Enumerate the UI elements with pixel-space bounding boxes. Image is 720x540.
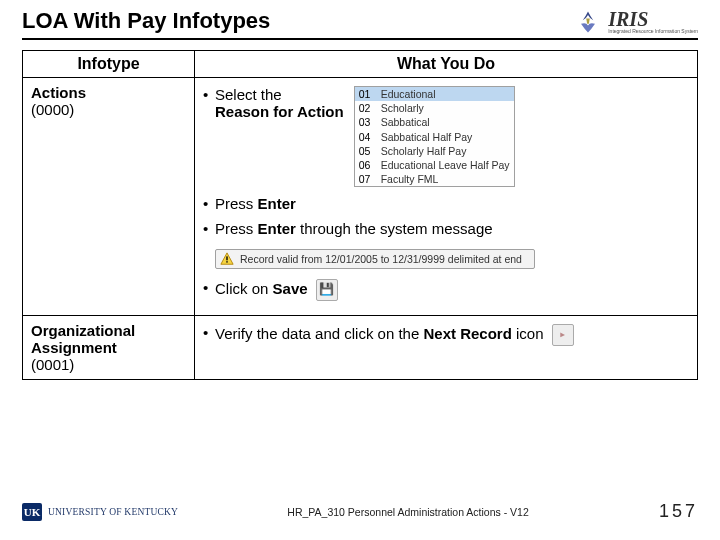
iris-flower-icon [574,8,602,36]
footer-mid-text: HR_PA_310 Personnel Administration Actio… [178,506,638,518]
press-enter-2-post: through the system message [296,220,493,237]
dropdown-row: 04Sabbatical Half Pay [355,130,514,144]
th-what-you-do: What You Do [195,51,698,78]
dropdown-row: 07Faculty FML [355,172,514,186]
iris-logo-text: IRIS [608,10,698,28]
dropdown-row: 02Scholarly [355,101,514,115]
uk-logo: UK UNIVERSITY OF KENTUCKY [22,503,178,521]
verify-bold: Next Record [423,325,511,342]
what-you-do-cell: Verify the data and click on the Next Re… [195,316,698,380]
reason-dropdown: 01Educational 02Scholarly 03Sabbatical 0… [354,86,515,187]
select-prefix: Select the [215,86,282,103]
footer-bar: UK UNIVERSITY OF KENTUCKY HR_PA_310 Pers… [22,501,698,522]
infotype-table: Infotype What You Do Actions (0000) Sele… [22,50,698,380]
save-icon: 💾 [316,279,338,301]
press-enter-1-pre: Press [215,195,258,212]
what-you-do-cell: Select the Reason for Action 01Education… [195,78,698,316]
select-bold: Reason for Action [215,103,344,120]
click-save-bold: Save [273,280,308,297]
slide-container: LOA With Pay Infotypes IRIS Integrated R… [0,0,720,540]
svg-rect-2 [226,261,227,262]
press-enter-1-bold: Enter [258,195,296,212]
title-underline [22,38,698,40]
th-infotype: Infotype [23,51,195,78]
table-row: Organizational Assignment (0001) Verify … [23,316,698,380]
dropdown-row: 06Educational Leave Half Pay [355,158,514,172]
verify-post: icon [512,325,544,342]
next-record-icon: ▸ [552,324,574,346]
iris-logo-subtitle: Integrated Resource Information System [608,28,698,34]
svg-rect-1 [226,257,227,261]
press-enter-2-pre: Press [215,220,258,237]
system-message-text: Record valid from 12/01/2005 to 12/31/99… [240,253,522,265]
press-enter-2-bold: Enter [258,220,296,237]
system-message-box: Record valid from 12/01/2005 to 12/31/99… [215,249,535,269]
dropdown-row: 03Sabbatical [355,115,514,129]
infotype-cell: Organizational Assignment (0001) [23,316,195,380]
click-save-pre: Click on [215,280,273,297]
table-row: Actions (0000) Select the Reason for Act… [23,78,698,316]
dropdown-row: 05Scholarly Half Pay [355,144,514,158]
infotype-cell: Actions (0000) [23,78,195,316]
title-row: LOA With Pay Infotypes IRIS Integrated R… [22,8,698,36]
page-title: LOA With Pay Infotypes [22,8,270,36]
verify-pre: Verify the data and click on the [215,325,423,342]
infotype-number: (0000) [31,101,74,118]
infotype-name: Actions [31,84,86,101]
infotype-number: (0001) [31,356,74,373]
iris-logo: IRIS Integrated Resource Information Sys… [574,8,698,36]
dropdown-row: 01Educational [355,87,514,101]
infotype-name: Organizational Assignment [31,322,135,356]
uk-mark-icon: UK [22,503,42,521]
uk-logo-text: UNIVERSITY OF KENTUCKY [48,507,178,517]
warning-icon [220,252,234,266]
page-number: 157 [638,501,698,522]
